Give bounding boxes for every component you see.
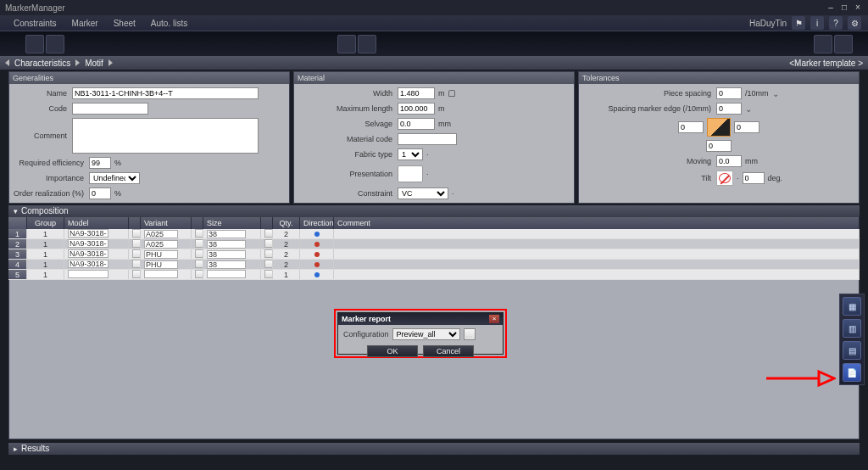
cell-size-picker[interactable] xyxy=(261,229,273,238)
cell-variant-picker[interactable] xyxy=(192,239,203,249)
cell-variant[interactable]: A025 xyxy=(141,239,192,249)
ok-button[interactable]: OK xyxy=(367,345,418,357)
th-comment[interactable]: Comment xyxy=(334,217,860,229)
dock-btn-1[interactable]: ▦ xyxy=(843,297,861,316)
toolbar-btn-3[interactable] xyxy=(337,35,356,53)
menu-sheet[interactable]: Sheet xyxy=(114,19,136,28)
th-size[interactable]: Size xyxy=(203,217,261,229)
settings-icon[interactable]: ⚙ xyxy=(848,16,861,30)
name-input[interactable] xyxy=(72,87,259,99)
toolbar-btn-5[interactable] xyxy=(814,35,832,53)
piece-spacing-input[interactable] xyxy=(716,87,742,99)
dock-btn-2[interactable]: ▥ xyxy=(843,319,861,338)
toolbar-btn-6[interactable] xyxy=(834,35,853,53)
breadcrumb-back-icon[interactable] xyxy=(5,59,9,66)
composition-header[interactable]: ▾ Composition xyxy=(8,205,860,217)
comment-textarea[interactable] xyxy=(72,118,259,154)
cell-model-picker[interactable] xyxy=(129,239,141,249)
results-bar[interactable]: ▸ Results xyxy=(8,443,860,455)
tol-left-input[interactable] xyxy=(678,121,704,133)
fabric-select[interactable]: 1 xyxy=(398,148,423,160)
toolbar-btn-2[interactable] xyxy=(46,35,64,53)
matcode-input[interactable] xyxy=(398,133,457,145)
menu-marker[interactable]: Marker xyxy=(72,19,98,28)
cell-direction[interactable] xyxy=(300,260,334,269)
cell-group[interactable]: 1 xyxy=(27,270,64,279)
cell-direction[interactable] xyxy=(300,249,334,259)
cell-variant[interactable]: PHU xyxy=(141,260,192,269)
dialog-titlebar[interactable]: Marker report × xyxy=(338,313,503,325)
cell-direction[interactable] xyxy=(300,239,334,249)
selvage-input[interactable] xyxy=(398,118,435,130)
table-row[interactable]: 21NA9-3018-VC-38A025382 xyxy=(8,239,860,249)
breadcrumb-characteristics[interactable]: Characteristics xyxy=(14,59,70,68)
marker-template-link[interactable]: <Marker template > xyxy=(789,59,863,68)
breadcrumb-motif[interactable]: Motif xyxy=(85,59,103,68)
cell-model-picker[interactable] xyxy=(129,260,141,269)
cell-comment[interactable] xyxy=(334,270,860,279)
close-button[interactable]: × xyxy=(853,3,863,13)
importance-select[interactable]: Undefined xyxy=(89,172,140,184)
cell-size-picker[interactable] xyxy=(261,249,273,259)
cell-size-picker[interactable] xyxy=(261,239,273,249)
menu-constraints[interactable]: Constraints xyxy=(14,19,57,28)
cell-qty[interactable]: 2 xyxy=(273,260,300,269)
cell-comment[interactable] xyxy=(334,229,860,238)
cell-variant[interactable] xyxy=(141,270,192,279)
cell-direction[interactable] xyxy=(300,229,334,238)
tilt-input[interactable] xyxy=(743,172,765,184)
req-eff-input[interactable] xyxy=(89,157,111,169)
toolbar-btn-4[interactable] xyxy=(358,35,376,53)
maximize-button[interactable]: □ xyxy=(839,3,849,13)
cell-group[interactable]: 1 xyxy=(27,239,64,249)
cell-qty[interactable]: 1 xyxy=(273,270,300,279)
constraint-select[interactable]: VC xyxy=(398,187,448,199)
cell-size[interactable] xyxy=(203,270,261,279)
cell-model[interactable]: NA9-3018-VC-38 xyxy=(64,260,129,269)
table-row[interactable]: 41NA9-3018-VC-38PHU382 xyxy=(8,260,860,270)
moving-input[interactable] xyxy=(716,155,742,167)
cell-size[interactable]: 38 xyxy=(203,229,261,238)
chevron-down-icon[interactable]: ⌄ xyxy=(772,89,779,98)
cell-variant-picker[interactable] xyxy=(192,249,203,259)
code-input[interactable] xyxy=(72,103,148,115)
lock-icon[interactable] xyxy=(448,90,455,97)
cell-model-picker[interactable] xyxy=(129,229,141,238)
no-tilt-icon[interactable] xyxy=(716,171,733,186)
cell-group[interactable]: 1 xyxy=(27,229,64,238)
config-select[interactable]: Preview_all xyxy=(392,328,460,340)
cell-direction[interactable] xyxy=(300,270,334,279)
cell-group[interactable]: 1 xyxy=(27,249,64,259)
th-model[interactable]: Model xyxy=(64,217,129,229)
th-variant[interactable]: Variant xyxy=(141,217,192,229)
table-row[interactable]: 511 xyxy=(8,270,860,280)
cell-variant[interactable]: A025 xyxy=(141,229,192,238)
cell-variant-picker[interactable] xyxy=(192,229,203,238)
tol-mid-input[interactable] xyxy=(706,140,732,152)
toolbar-btn-1[interactable] xyxy=(25,35,44,53)
cell-qty[interactable]: 2 xyxy=(273,229,300,238)
cell-model[interactable]: NA9-3018-VC-38 xyxy=(64,249,129,259)
th-group[interactable]: Group xyxy=(27,217,64,229)
cell-variant[interactable]: PHU xyxy=(141,249,192,259)
cell-size-picker[interactable] xyxy=(261,260,273,269)
cell-model[interactable] xyxy=(64,270,129,279)
flag-icon[interactable]: ⚑ xyxy=(792,16,805,30)
cell-size[interactable]: 38 xyxy=(203,260,261,269)
table-row[interactable]: 31NA9-3018-VC-38PHU382 xyxy=(8,249,860,260)
cell-size[interactable]: 38 xyxy=(203,249,261,259)
tol-right-input[interactable] xyxy=(734,121,760,133)
config-more-button[interactable]: … xyxy=(464,328,476,340)
maxlen-input[interactable] xyxy=(398,103,435,115)
dock-btn-3[interactable]: ▤ xyxy=(843,341,861,360)
cell-model-picker[interactable] xyxy=(129,270,141,279)
cell-model[interactable]: NA9-3018-VC-38 xyxy=(64,229,129,238)
cell-size-picker[interactable] xyxy=(261,270,273,279)
minimize-button[interactable]: – xyxy=(826,3,836,13)
chevron-down-icon[interactable]: ⌄ xyxy=(745,104,752,114)
cell-comment[interactable] xyxy=(334,260,860,269)
info-icon[interactable]: i xyxy=(810,16,824,30)
th-qty[interactable]: Qty. xyxy=(273,217,300,229)
width-input[interactable] xyxy=(398,87,435,99)
dock-btn-report[interactable]: 📄 xyxy=(843,363,861,382)
